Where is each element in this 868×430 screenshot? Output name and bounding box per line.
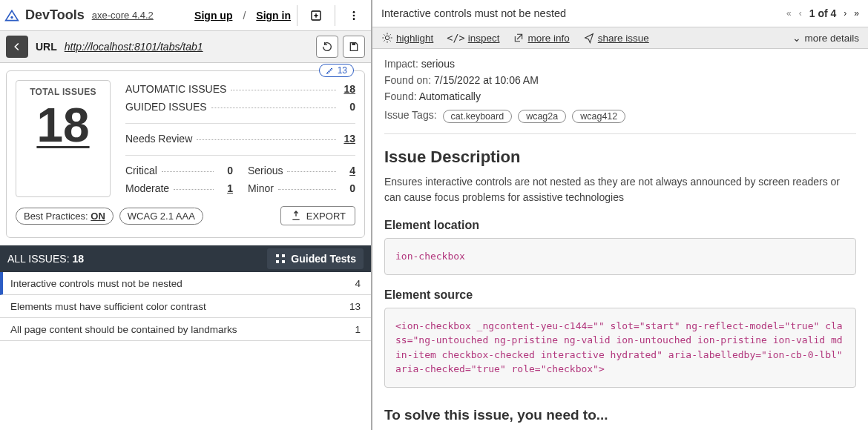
best-practices-toggle[interactable]: Best Practices: ON <box>16 208 114 225</box>
chevron-down-icon: ⌄ <box>792 32 801 44</box>
total-issues-card[interactable]: TOTAL ISSUES 18 <box>16 80 111 197</box>
severity-moderate[interactable]: Moderate1 <box>125 179 233 197</box>
all-issues-bar: ALL ISSUES: 18 Guided Tests <box>0 245 371 272</box>
issue-count: 1 <box>355 324 361 335</box>
share-issue-tool[interactable]: share issue <box>583 32 649 44</box>
pager-position: 1 of 4 <box>809 7 837 19</box>
inspect-tool[interactable]: </> inspect <box>447 32 499 44</box>
svg-line-15 <box>384 35 384 36</box>
sun-icon <box>381 32 393 44</box>
more-details-toggle[interactable]: ⌄ more details <box>792 32 859 44</box>
needs-review-row[interactable]: Needs Review 13 <box>125 130 355 148</box>
pencil-icon <box>326 66 335 75</box>
severity-critical[interactable]: Critical0 <box>125 162 233 179</box>
pager-next[interactable]: › <box>844 8 846 19</box>
issue-tag[interactable]: wcag412 <box>572 110 625 123</box>
svg-rect-9 <box>282 260 285 263</box>
detail-toolbar: highlight </> inspect more info share is… <box>372 27 868 49</box>
all-issues-count: 18 <box>73 253 85 265</box>
total-issues-label: TOTAL ISSUES <box>19 87 107 97</box>
issue-row[interactable]: Interactive controls must not be nested … <box>0 272 371 295</box>
issue-title: Interactive controls must not be nested <box>10 278 183 289</box>
element-source-code: <ion-checkbox _ngcontent-yeu-c144="" slo… <box>384 308 856 388</box>
auth-separator: / <box>243 10 246 22</box>
wcag-chip[interactable]: WCAG 2.1 AAA <box>119 208 203 225</box>
issue-count: 4 <box>355 278 361 289</box>
grid-icon <box>274 253 286 265</box>
severity-minor[interactable]: Minor0 <box>248 179 355 197</box>
svg-line-17 <box>389 35 390 36</box>
detail-body: Impact: serious Found on: 7/15/2022 at 1… <box>372 49 868 430</box>
svg-rect-6 <box>276 254 279 257</box>
total-issues-value: 18 <box>19 102 107 149</box>
brand-title: DevTools <box>25 7 85 23</box>
signin-link[interactable]: Sign in <box>256 10 291 22</box>
issue-count: 13 <box>349 301 361 312</box>
devtools-header: DevTools axe-core 4.4.2 Sign up / Sign i… <box>0 0 371 31</box>
axe-version-link[interactable]: axe-core 4.4.2 <box>92 10 154 21</box>
pager-prev[interactable]: ‹ <box>799 8 802 19</box>
url-bar: URL http://localhost:8101/tabs/tab1 <box>0 31 371 63</box>
svg-rect-7 <box>282 254 285 257</box>
severity-serious[interactable]: Serious4 <box>248 162 355 179</box>
axe-logo-icon <box>4 9 19 22</box>
issue-tag[interactable]: wcag2a <box>518 110 566 123</box>
highlight-tool[interactable]: highlight <box>381 32 433 44</box>
guided-tests-button[interactable]: Guided Tests <box>267 248 364 269</box>
issue-title: Elements must have sufficient color cont… <box>10 301 206 312</box>
issue-description-heading: Issue Description <box>384 148 856 167</box>
add-panel-button[interactable] <box>303 3 329 28</box>
save-button[interactable] <box>343 36 365 58</box>
impact-value: serious <box>421 58 455 70</box>
url-label: URL <box>36 41 57 53</box>
code-icon: </> <box>447 32 464 44</box>
element-location-code: ion-checkbox <box>384 238 856 275</box>
found-on-value: 7/15/2022 at 10:06 AM <box>434 74 539 86</box>
element-location-heading: Element location <box>384 219 856 232</box>
detail-title: Interactive controls must not be nested <box>381 7 566 19</box>
svg-point-0 <box>10 16 13 18</box>
svg-point-10 <box>385 36 389 40</box>
issue-tag[interactable]: cat.keyboard <box>443 110 513 123</box>
kebab-menu-button[interactable] <box>341 3 366 28</box>
all-issues-label: ALL ISSUES: <box>7 253 70 265</box>
url-link[interactable]: http://localhost:8101/tabs/tab1 <box>65 41 203 53</box>
needs-review-pill[interactable]: 13 <box>319 64 354 77</box>
rerun-button[interactable] <box>316 36 338 58</box>
issue-description-text: Ensures interactive controls are not nes… <box>384 174 856 205</box>
summary-panel: 13 TOTAL ISSUES 18 AUTOMATIC ISSUES 18 G… <box>6 70 365 238</box>
pager-last[interactable]: » <box>854 8 859 19</box>
found-value: Automatically <box>419 90 481 102</box>
external-link-icon <box>513 32 525 44</box>
issue-row[interactable]: Elements must have sufficient color cont… <box>0 295 371 318</box>
svg-point-3 <box>353 14 355 16</box>
pager-first[interactable]: « <box>786 8 792 19</box>
svg-rect-5 <box>352 43 355 45</box>
solve-heading: To solve this issue, you need to... <box>384 407 856 423</box>
export-button[interactable]: EXPORT <box>280 206 355 225</box>
svg-line-18 <box>384 41 384 42</box>
element-source-heading: Element source <box>384 288 856 302</box>
pill-count: 13 <box>338 65 347 76</box>
issue-row[interactable]: All page content should be contained by … <box>0 318 371 341</box>
detail-header: Interactive controls must not be nested … <box>372 0 868 27</box>
svg-point-4 <box>353 18 355 20</box>
issue-pager: « ‹ 1 of 4 › » <box>786 7 859 19</box>
guided-issues-row[interactable]: GUIDED ISSUES 0 <box>125 98 355 116</box>
svg-line-16 <box>389 41 390 42</box>
upload-icon <box>290 210 302 222</box>
issue-title: All page content should be contained by … <box>10 324 237 335</box>
automatic-issues-row[interactable]: AUTOMATIC ISSUES 18 <box>125 80 355 98</box>
signup-link[interactable]: Sign up <box>194 10 232 22</box>
share-icon <box>583 32 595 44</box>
more-info-tool[interactable]: more info <box>513 32 569 44</box>
back-button[interactable] <box>6 36 28 58</box>
svg-rect-8 <box>276 260 279 263</box>
svg-point-2 <box>353 11 355 13</box>
